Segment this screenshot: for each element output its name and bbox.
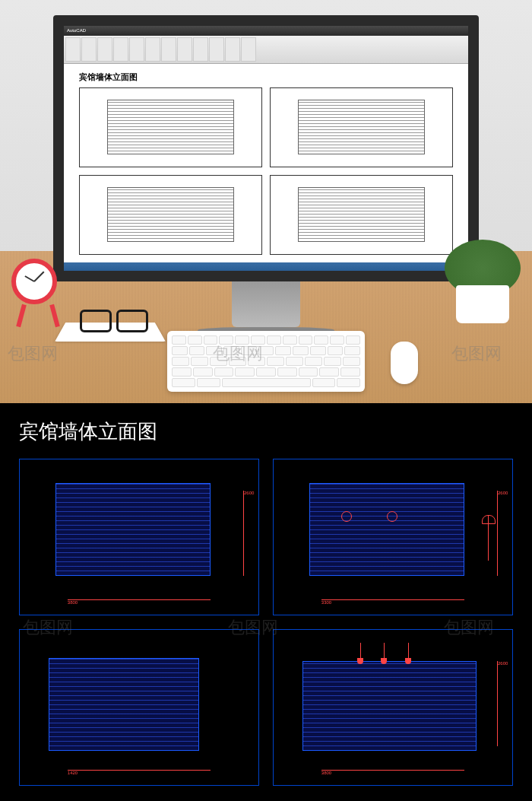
pendant-light-icon bbox=[357, 658, 363, 664]
app-title: AutoCAD bbox=[67, 28, 86, 33]
elevation-drawing bbox=[298, 187, 425, 242]
elevation-grid: 3800 2600 3300 2600 1420 bbox=[19, 459, 513, 786]
windows-taskbar[interactable] bbox=[64, 262, 468, 271]
fixture-icon bbox=[341, 511, 352, 522]
plant-pot bbox=[456, 285, 509, 323]
elevation-drawing bbox=[107, 100, 234, 154]
fixture-icon bbox=[387, 511, 397, 522]
drawing-title-large: 宾馆墙体立面图 bbox=[19, 418, 513, 445]
monitor: AutoCAD 宾馆墙体立面图 bbox=[53, 15, 479, 335]
cad-titlebar[interactable]: AutoCAD bbox=[64, 26, 468, 36]
hatch-lines bbox=[303, 662, 476, 750]
keyboard bbox=[167, 331, 365, 392]
cad-detail-view: 宾馆墙体立面图 3800 2600 3300 2600 bbox=[0, 403, 532, 801]
monitor-stand bbox=[232, 281, 300, 327]
ribbon-button[interactable] bbox=[145, 37, 160, 62]
elevation-tile-2[interactable] bbox=[270, 87, 453, 167]
dimension-horizontal: 3800 bbox=[321, 770, 464, 779]
dimension-vertical: 2600 bbox=[497, 491, 506, 576]
mouse bbox=[391, 342, 418, 384]
dimension-horizontal: 3300 bbox=[321, 599, 464, 609]
elevation-panel-3[interactable]: 1420 bbox=[19, 629, 259, 786]
dimension-vertical: 2600 bbox=[497, 661, 506, 746]
hatch-lines bbox=[310, 484, 464, 575]
clock-face bbox=[11, 259, 57, 304]
elevation-panel-2[interactable]: 3300 2600 bbox=[273, 459, 513, 615]
ribbon-button[interactable] bbox=[241, 37, 256, 62]
ribbon-button[interactable] bbox=[97, 37, 112, 62]
ribbon-button[interactable] bbox=[193, 37, 208, 62]
floor-lamp-icon bbox=[488, 515, 489, 561]
ribbon-button[interactable] bbox=[209, 37, 224, 62]
eyeglasses bbox=[80, 310, 148, 331]
mockup-scene: AutoCAD 宾馆墙体立面图 bbox=[0, 0, 532, 403]
drawing-title: 宾馆墙体立面图 bbox=[79, 72, 453, 83]
elevation-panel-4[interactable]: 3800 2600 bbox=[273, 629, 513, 786]
ribbon-button[interactable] bbox=[161, 37, 176, 62]
potted-plant bbox=[441, 240, 524, 323]
elevation-tile-4[interactable] bbox=[270, 175, 453, 255]
cad-drawing-canvas[interactable]: 宾馆墙体立面图 bbox=[64, 64, 468, 262]
cad-ribbon-toolbar[interactable] bbox=[64, 36, 468, 64]
elevation-tile-1[interactable] bbox=[79, 87, 262, 167]
ribbon-button[interactable] bbox=[177, 37, 192, 62]
dimension-horizontal: 3800 bbox=[68, 599, 211, 609]
dimension-horizontal: 1420 bbox=[68, 770, 211, 779]
elevation-panel-1[interactable]: 3800 2600 bbox=[19, 459, 259, 615]
ribbon-button[interactable] bbox=[65, 37, 81, 62]
cad-application: AutoCAD 宾馆墙体立面图 bbox=[64, 26, 468, 271]
pendant-light-icon bbox=[381, 658, 387, 664]
elevation-tile-3[interactable] bbox=[79, 175, 262, 255]
wall-elevation bbox=[49, 658, 199, 751]
pendant-light-icon bbox=[405, 658, 411, 664]
monitor-screen: AutoCAD 宾馆墙体立面图 bbox=[53, 15, 479, 281]
ribbon-button[interactable] bbox=[113, 37, 128, 62]
hatch-lines bbox=[49, 659, 198, 750]
wall-elevation bbox=[55, 483, 211, 576]
wall-elevation bbox=[309, 483, 464, 576]
hatch-lines bbox=[56, 484, 210, 575]
clock-leg bbox=[16, 304, 27, 328]
ribbon-button[interactable] bbox=[81, 37, 97, 62]
dimension-vertical: 2600 bbox=[243, 491, 252, 576]
clock-leg bbox=[49, 304, 60, 328]
cad-viewport-grid bbox=[79, 87, 453, 255]
ribbon-button[interactable] bbox=[129, 37, 144, 62]
wall-elevation bbox=[302, 661, 477, 751]
elevation-drawing bbox=[107, 187, 234, 242]
ribbon-button[interactable] bbox=[225, 37, 240, 62]
elevation-drawing bbox=[298, 100, 425, 154]
alarm-clock bbox=[11, 259, 65, 327]
